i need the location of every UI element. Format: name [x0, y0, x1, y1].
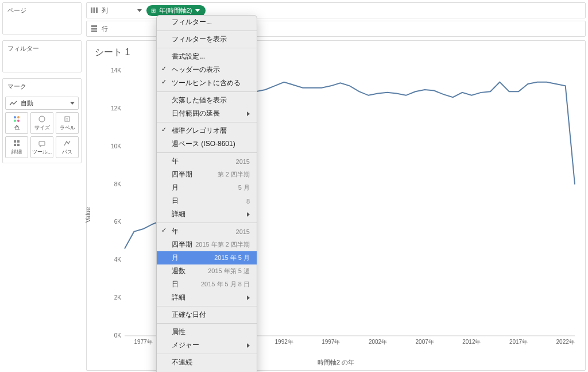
submenu-arrow-icon [247, 343, 250, 348]
menu-item-9[interactable]: 日付範囲の延長 [157, 107, 257, 120]
check-icon: ✓ [161, 65, 167, 72]
menu-item-2[interactable]: フィルターを表示 [157, 33, 257, 46]
menu-item-23[interactable]: 週数2015 年第 5 週 [157, 264, 257, 278]
mark-button-3[interactable]: 詳細 [5, 136, 28, 158]
y-axis-label: Value [84, 207, 91, 223]
mark-icon: T [63, 115, 71, 123]
menu-label: 日 [172, 279, 179, 289]
menu-label: 正確な日付 [172, 310, 206, 320]
menu-item-15[interactable]: 四半期第 2 四半期 [157, 168, 257, 181]
menu-label: 年 [172, 227, 179, 236]
submenu-arrow-icon [247, 296, 250, 300]
chevron-down-icon [195, 9, 200, 12]
submenu-arrow-icon [247, 212, 250, 217]
menu-value: 第 2 四半期 [218, 170, 250, 179]
menu-label: ヘッダーの表示 [172, 65, 220, 75]
svg-text:T: T [66, 117, 69, 121]
check-icon: ✓ [161, 78, 167, 86]
menu-item-18[interactable]: 詳細 [157, 208, 257, 221]
menu-item-6[interactable]: ✓ツールヒントに含める [157, 76, 257, 90]
svg-rect-16 [91, 28, 97, 30]
menu-label: 週ベース (ISO-8601) [172, 139, 235, 149]
svg-point-0 [14, 116, 16, 118]
menu-label: 不連続 [172, 358, 192, 367]
menu-item-27[interactable]: 正確な日付 [157, 308, 257, 321]
menu-item-33[interactable]: ✓連続 [157, 369, 257, 372]
marks-panel: マーク 自動 色サイズTラベル詳細ツール...パス [2, 78, 82, 163]
marks-dropdown-label: 自動 [21, 99, 33, 108]
pill-label: 年(時間軸2) [159, 6, 192, 15]
svg-rect-10 [17, 144, 20, 146]
menu-item-5[interactable]: ✓ヘッダーの表示 [157, 63, 257, 76]
mark-icon [38, 139, 46, 147]
svg-rect-9 [14, 144, 16, 146]
svg-text:2017年: 2017年 [509, 339, 528, 345]
x-axis-label: 時間軸2 の年 [318, 358, 354, 367]
check-icon: ✓ [161, 126, 167, 133]
mark-button-1[interactable]: サイズ [30, 112, 53, 134]
mark-icon [13, 139, 21, 147]
filter-title: フィルター [3, 41, 81, 56]
mark-label: 詳細 [11, 148, 22, 156]
mark-button-4[interactable]: ツール... [30, 136, 53, 158]
columns-icon [90, 6, 98, 14]
menu-item-8[interactable]: 欠落した値を表示 [157, 94, 257, 107]
menu-value: 2015 年 5 月 8 日 [201, 280, 250, 289]
menu-item-30[interactable]: メジャー [157, 339, 257, 352]
mark-icon [63, 139, 71, 147]
menu-item-22[interactable]: 月2015 年 5 月 [157, 251, 257, 264]
menu-value: 2015 年第 5 週 [208, 267, 250, 275]
mark-label: 色 [14, 124, 20, 132]
columns-pill-year[interactable]: ⊞ 年(時間軸2) [146, 5, 206, 16]
menu-item-11[interactable]: ✓標準グレゴリオ暦 [157, 124, 257, 137]
svg-text:2022年: 2022年 [556, 339, 575, 345]
mark-icon [38, 115, 46, 123]
svg-text:2K: 2K [114, 294, 122, 301]
menu-label: 四半期 [172, 240, 192, 250]
svg-rect-12 [91, 7, 92, 13]
menu-value: 8 [246, 198, 250, 205]
menu-item-4[interactable]: 書式設定... [157, 50, 257, 63]
menu-item-32[interactable]: 不連続 [157, 356, 257, 369]
pill-context-menu[interactable]: フィルター...フィルターを表示書式設定...✓ヘッダーの表示✓ツールヒントに含… [156, 15, 257, 372]
menu-item-16[interactable]: 月5 月 [157, 181, 257, 194]
menu-item-20[interactable]: ✓年2015 [157, 225, 257, 238]
svg-point-4 [39, 116, 45, 122]
svg-text:4K: 4K [114, 256, 122, 263]
menu-item-29[interactable]: 属性 [157, 325, 257, 339]
menu-label: フィルターを表示 [172, 34, 227, 44]
svg-rect-13 [94, 7, 95, 13]
rows-icon [90, 25, 98, 33]
menu-item-0[interactable]: フィルター... [157, 16, 257, 29]
filter-panel: フィルター [2, 40, 82, 72]
menu-item-17[interactable]: 日8 [157, 194, 257, 208]
menu-label: 日付範囲の延長 [172, 109, 220, 118]
svg-text:10K: 10K [111, 143, 121, 149]
menu-value: 2015 年第 2 四半期 [195, 240, 250, 249]
svg-rect-11 [39, 141, 45, 145]
menu-label: 詳細 [172, 209, 185, 219]
menu-item-12[interactable]: 週ベース (ISO-8601) [157, 137, 257, 151]
columns-label: 列 [102, 6, 108, 15]
mark-button-0[interactable]: 色 [5, 112, 28, 134]
mark-button-2[interactable]: Tラベル [56, 112, 79, 134]
mark-label: サイズ [34, 124, 50, 132]
menu-item-21[interactable]: 四半期2015 年第 2 四半期 [157, 238, 257, 251]
menu-item-25[interactable]: 詳細 [157, 291, 257, 304]
marks-type-dropdown[interactable]: 自動 [5, 97, 79, 110]
menu-label: 書式設定... [172, 52, 205, 62]
svg-rect-17 [91, 30, 97, 32]
menu-label: メジャー [172, 340, 199, 350]
line-icon [9, 99, 17, 108]
svg-text:1977年: 1977年 [134, 339, 153, 345]
svg-rect-7 [14, 140, 16, 143]
submenu-arrow-icon [247, 112, 250, 116]
menu-label: 欠落した値を表示 [172, 95, 227, 105]
menu-item-14[interactable]: 年2015 [157, 155, 257, 168]
svg-text:1997年: 1997年 [322, 339, 340, 345]
svg-point-3 [17, 120, 20, 122]
menu-label: 四半期 [172, 170, 192, 179]
mark-button-5[interactable]: パス [56, 136, 79, 158]
menu-item-24[interactable]: 日2015 年 5 月 8 日 [157, 278, 257, 291]
rows-label: 行 [102, 25, 108, 33]
